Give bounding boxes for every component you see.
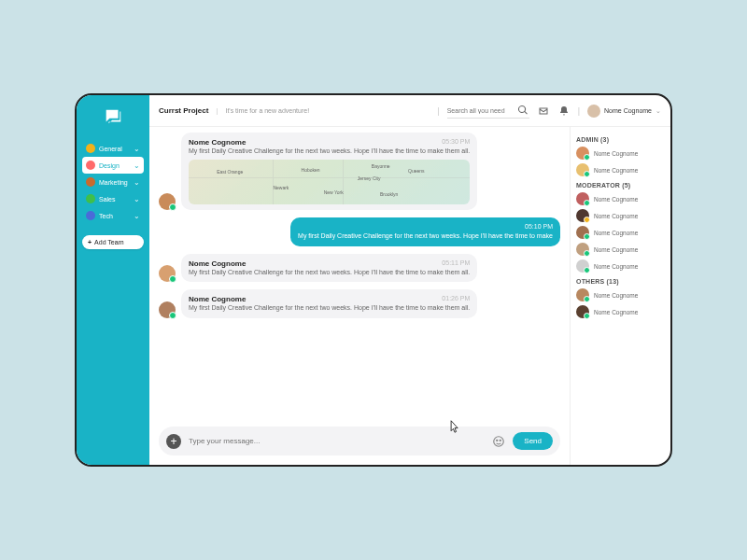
chevron-down-icon: ⌄ xyxy=(134,195,140,203)
emoji-icon[interactable] xyxy=(492,435,505,448)
message-input[interactable] xyxy=(189,437,485,445)
person-avatar xyxy=(576,192,589,205)
mail-icon[interactable] xyxy=(537,105,550,118)
chevron-down-icon: ⌄ xyxy=(655,107,661,115)
channel-icon xyxy=(86,177,95,187)
person-avatar xyxy=(576,288,589,301)
chevron-down-icon: ⌄ xyxy=(134,178,140,187)
person-name: Nome Cognome xyxy=(594,167,638,174)
people-item[interactable]: Nome Cognome xyxy=(576,288,665,301)
person-name: Nome Cognome xyxy=(594,150,638,157)
people-item[interactable]: Nome Cognome xyxy=(576,209,665,222)
sidebar-item-label: Tech xyxy=(99,213,130,219)
send-button[interactable]: Send xyxy=(513,432,553,450)
chevron-down-icon: ⌄ xyxy=(134,212,140,220)
people-panel: ADMIN (3) Nome Cognome Nome CognomeMODER… xyxy=(570,127,670,465)
chevron-down-icon: ⌄ xyxy=(134,145,140,153)
channel-icon xyxy=(86,161,95,170)
chevron-down-icon: ⌄ xyxy=(134,161,140,170)
person-avatar xyxy=(576,209,589,222)
message-row: 01:26 PM Nome CognomeMy first Daily Crea… xyxy=(159,289,560,317)
message-time: 01:26 PM xyxy=(442,295,470,301)
person-name: Nome Cognome xyxy=(594,196,638,203)
search-input[interactable] xyxy=(447,107,513,114)
project-subtitle: It's time for a new adventure! xyxy=(225,107,309,114)
message-text: My first Daily Creative Challenge for th… xyxy=(189,147,470,155)
message-sender: Nome Cognome xyxy=(189,295,470,303)
people-item[interactable]: Nome Cognome xyxy=(576,147,665,160)
user-name: Nome Cognome xyxy=(604,107,652,114)
message-bubble: 05:11 PM Nome CognomeMy first Daily Crea… xyxy=(181,254,477,282)
people-section-heading: MODERATOR (5) xyxy=(576,182,665,189)
message-sender: Nome Cognome xyxy=(189,138,470,147)
person-name: Nome Cognome xyxy=(594,213,638,219)
svg-point-0 xyxy=(494,436,504,446)
svg-point-1 xyxy=(497,440,498,441)
people-item[interactable]: Nome Cognome xyxy=(576,243,665,256)
sidebar-item-marketing[interactable]: Marketing ⌄ xyxy=(82,174,144,190)
sidebar-item-label: Design xyxy=(99,162,130,169)
message-text: My first Daily Creative Challenge for th… xyxy=(189,303,470,312)
person-name: Nome Cognome xyxy=(594,246,638,253)
people-section-heading: OTHERS (13) xyxy=(576,278,665,285)
search-icon[interactable] xyxy=(516,104,529,117)
bell-icon[interactable] xyxy=(557,105,571,118)
people-item[interactable]: Nome Cognome xyxy=(576,226,665,239)
plus-icon: + xyxy=(88,239,92,245)
person-avatar xyxy=(576,259,589,273)
user-menu[interactable]: Nome Cognome ⌄ xyxy=(587,105,661,118)
person-avatar xyxy=(576,163,589,176)
app-window: General ⌄ Design ⌄ Marketing ⌄ Sales ⌄ T… xyxy=(75,93,672,467)
main-panel: Currst Project | It's time for a new adv… xyxy=(149,95,670,465)
message-time: 05:30 PM xyxy=(442,138,470,145)
message-avatar xyxy=(159,265,176,282)
person-name: Nome Cognome xyxy=(594,309,638,315)
people-item[interactable]: Nome Cognome xyxy=(576,259,665,273)
people-section-heading: ADMIN (3) xyxy=(576,136,665,143)
person-name: Nome Cognome xyxy=(594,292,638,299)
channel-icon xyxy=(86,194,95,203)
people-item[interactable]: Nome Cognome xyxy=(576,305,665,318)
person-avatar xyxy=(576,147,589,160)
content-area: 05:30 PM Nome CognomeMy first Daily Crea… xyxy=(149,127,670,465)
message-avatar xyxy=(159,301,176,318)
people-item[interactable]: Nome Cognome xyxy=(576,192,665,205)
sidebar-item-label: Sales xyxy=(99,196,130,203)
chat-panel: 05:30 PM Nome CognomeMy first Daily Crea… xyxy=(149,127,570,465)
sidebar-item-sales[interactable]: Sales ⌄ xyxy=(82,190,144,207)
person-name: Nome Cognome xyxy=(594,230,638,236)
person-avatar xyxy=(576,305,589,318)
message-avatar xyxy=(159,193,176,210)
message-bubble: 01:26 PM Nome CognomeMy first Daily Crea… xyxy=(181,289,477,317)
message-bubble: 05:30 PM Nome CognomeMy first Daily Crea… xyxy=(181,133,477,210)
message-text: My first Daily Creative Challenge for th… xyxy=(189,268,470,276)
sidebar-item-general[interactable]: General ⌄ xyxy=(82,140,144,157)
channel-icon xyxy=(86,144,95,153)
message-composer: + Send xyxy=(159,427,560,455)
add-team-label: Add Team xyxy=(94,239,123,245)
search-box[interactable] xyxy=(447,103,529,119)
message-row: 05:30 PM Nome CognomeMy first Daily Crea… xyxy=(159,133,560,210)
attach-button[interactable]: + xyxy=(166,434,181,449)
message-time: 05:11 PM xyxy=(442,259,470,266)
add-team-button[interactable]: + Add Team xyxy=(82,235,144,249)
sidebar-item-label: Marketing xyxy=(99,179,130,186)
message-row: 05:10 PMMy first Daily Creative Challeng… xyxy=(159,217,560,245)
person-avatar xyxy=(576,243,589,256)
message-list: 05:30 PM Nome CognomeMy first Daily Crea… xyxy=(159,133,560,419)
sidebar-item-tech[interactable]: Tech ⌄ xyxy=(82,207,144,224)
people-item[interactable]: Nome Cognome xyxy=(576,163,665,176)
topbar: Currst Project | It's time for a new adv… xyxy=(149,95,670,127)
message-time: 05:10 PM xyxy=(298,223,553,230)
map-attachment[interactable]: East OrangeNewarkHobokenNew YorkJersey C… xyxy=(189,160,470,204)
sidebar: General ⌄ Design ⌄ Marketing ⌄ Sales ⌄ T… xyxy=(77,95,149,465)
message-text: My first Daily Creative Challenge for th… xyxy=(298,231,553,240)
message-bubble: 05:10 PMMy first Daily Creative Challeng… xyxy=(290,217,560,245)
channel-icon xyxy=(86,211,95,220)
sidebar-item-label: General xyxy=(99,146,130,152)
sidebar-item-design[interactable]: Design ⌄ xyxy=(82,157,144,174)
user-avatar xyxy=(587,105,600,118)
app-logo xyxy=(82,106,144,127)
message-row: 05:11 PM Nome CognomeMy first Daily Crea… xyxy=(159,254,560,282)
person-avatar xyxy=(576,226,589,239)
